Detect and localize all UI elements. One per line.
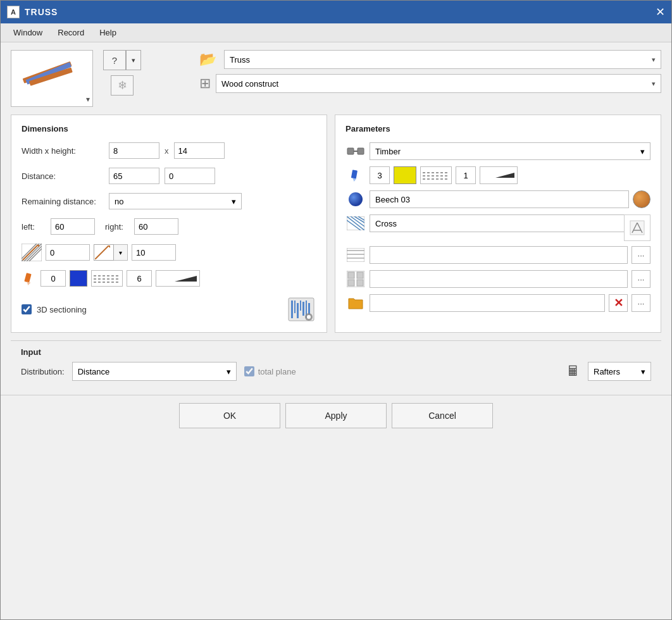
param-color-swatch[interactable]: [394, 166, 416, 184]
material-dropdown[interactable]: Timber ▾: [370, 142, 650, 160]
grid-icon: [345, 270, 366, 288]
help-dropdown[interactable]: ▾: [126, 50, 141, 70]
distance-right-input[interactable]: [165, 168, 215, 184]
calculator-icon: 🖩: [566, 363, 580, 380]
cancel-button[interactable]: Cancel: [392, 403, 493, 428]
pen-input[interactable]: [40, 270, 66, 287]
svg-point-36: [349, 192, 363, 206]
right-input[interactable]: [134, 218, 178, 235]
layers-icon: ⊞: [199, 75, 211, 92]
param-linetype-count[interactable]: [456, 166, 476, 184]
hatch-icon: [22, 244, 42, 261]
menu-bar: Window Record Help: [1, 23, 671, 42]
main-content: ▾ ? ▾ ❄ 📂 Truss ▾: [1, 42, 671, 395]
rafters-dropdown[interactable]: Rafters ▾: [588, 362, 651, 381]
param-pencil-icon: [345, 166, 366, 184]
construct-dropdown-arrow: ▾: [652, 80, 656, 88]
construct-dropdown[interactable]: Wood construct ▾: [216, 74, 661, 93]
menu-help[interactable]: Help: [92, 25, 124, 40]
distance-label: Distance:: [22, 171, 104, 181]
color-swatch[interactable]: [70, 270, 87, 287]
angle1-input[interactable]: [46, 244, 90, 261]
parameters-panel: Parameters Timber ▾: [335, 115, 661, 333]
svg-rect-56: [357, 280, 363, 286]
remaining-dropdown[interactable]: no ▾: [109, 193, 242, 209]
sectioning-checkbox[interactable]: [22, 304, 32, 314]
block-text-input[interactable]: [370, 270, 628, 288]
svg-line-11: [95, 245, 109, 259]
svg-marker-14: [26, 282, 30, 285]
folder-icon: 📂: [199, 51, 216, 68]
left-label: left:: [22, 222, 40, 232]
param-linetype-icon: [420, 166, 452, 184]
remaining-label: Remaining distance:: [22, 197, 104, 206]
svg-rect-21: [297, 303, 299, 318]
apply-button[interactable]: Apply: [285, 403, 387, 428]
total-plane-checkbox[interactable]: [244, 366, 254, 376]
hatch-angle-icon: [94, 244, 114, 261]
left-input[interactable]: [51, 218, 95, 235]
menu-window[interactable]: Window: [6, 25, 50, 40]
distribution-dropdown[interactable]: Distance ▾: [72, 362, 237, 381]
parameters-title: Parameters: [345, 124, 650, 133]
svg-rect-13: [24, 273, 31, 283]
svg-rect-53: [348, 272, 354, 278]
svg-rect-23: [302, 302, 304, 316]
cross-input[interactable]: [370, 214, 628, 232]
width-input[interactable]: [109, 142, 159, 159]
svg-rect-55: [348, 280, 354, 286]
material-name-input[interactable]: [370, 190, 629, 208]
preview-box: ▾: [11, 50, 93, 107]
preview-dropdown-arrow[interactable]: ▾: [86, 95, 90, 104]
svg-rect-22: [300, 301, 301, 311]
help-button[interactable]: ?: [103, 50, 126, 70]
edit-button[interactable]: [624, 214, 650, 241]
width-height-label: Width x height:: [22, 146, 104, 156]
angle2-input[interactable]: [132, 244, 176, 261]
param-folder-icon: [345, 294, 366, 312]
app-icon: A: [7, 6, 20, 18]
linetype-count-input[interactable]: [127, 270, 152, 287]
total-plane-label: total plane: [258, 367, 296, 376]
sectioning-label: 3D sectioning: [37, 305, 87, 314]
freeze-button[interactable]: ❄: [111, 75, 134, 96]
type-dropdown[interactable]: Truss ▾: [224, 50, 661, 69]
close-button[interactable]: ✕: [656, 6, 665, 18]
angle-type-dropdown[interactable]: ▾: [114, 244, 128, 261]
svg-marker-32: [352, 178, 357, 182]
height-input[interactable]: [174, 142, 225, 159]
param-pen-input[interactable]: [370, 166, 390, 184]
svg-rect-28: [347, 148, 354, 154]
barcode-icon: [286, 295, 316, 323]
svg-rect-31: [351, 170, 358, 178]
svg-point-27: [307, 315, 311, 319]
material-arrow: ▾: [640, 147, 645, 156]
pencil-icon: [22, 271, 37, 286]
param-lineweight: [480, 166, 518, 184]
folder-path-input[interactable]: [370, 294, 605, 312]
menu-record[interactable]: Record: [50, 25, 92, 40]
ok-button[interactable]: OK: [179, 403, 280, 428]
window-title: TRUSS: [25, 7, 58, 17]
svg-rect-25: [308, 303, 310, 314]
gray-text-input[interactable]: [370, 246, 628, 264]
window-container: A TRUSS ✕ Window Record Help: [0, 0, 672, 620]
gray-more-btn[interactable]: ···: [632, 246, 650, 264]
connector-icon: [345, 142, 366, 160]
material-color-circle[interactable]: [633, 190, 650, 208]
distance-input[interactable]: [109, 168, 159, 184]
x-separator: x: [165, 146, 169, 156]
linetype-icon: [91, 270, 123, 287]
sphere-icon: [345, 190, 366, 208]
dimensions-title: Dimensions: [22, 124, 316, 133]
lineweight-display: [156, 270, 200, 287]
dimensions-panel: Dimensions Width x height: x Distance: R…: [11, 115, 327, 333]
svg-rect-20: [294, 301, 296, 313]
folder-more-btn[interactable]: ···: [632, 294, 650, 312]
svg-rect-29: [358, 148, 364, 154]
folder-delete-btn[interactable]: ✕: [609, 294, 628, 312]
block-more-btn[interactable]: ···: [632, 270, 650, 288]
rafters-arrow: ▾: [641, 367, 645, 376]
type-dropdown-arrow: ▾: [652, 56, 656, 64]
bottom-buttons: OK Apply Cancel: [1, 395, 671, 436]
